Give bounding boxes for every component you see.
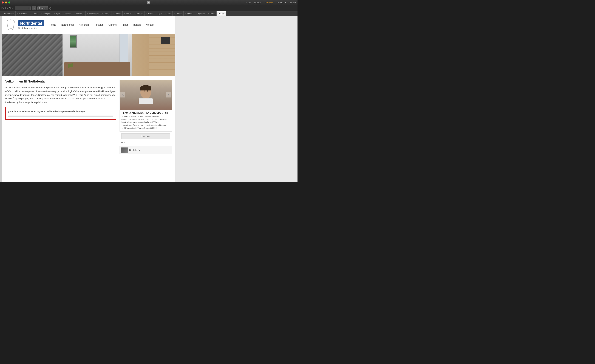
- tab-preview[interactable]: Preview: [217, 11, 227, 16]
- tab-laura[interactable]: ✕ Laura: [29, 11, 39, 16]
- bottom-thumbnail[interactable]: Northdental: [120, 146, 172, 154]
- tab-close-gabriele[interactable]: ✕: [134, 13, 135, 14]
- tab-close-natalja-l[interactable]: ✕: [74, 13, 76, 14]
- hero-interior: [2, 34, 175, 76]
- nav-garanti[interactable]: Garanti: [109, 23, 117, 26]
- tab-tomas[interactable]: ✕ Tomas: [173, 11, 184, 16]
- tab-close-dalia[interactable]: ✕: [164, 13, 166, 14]
- tab-odeta[interactable]: ✕ Odeta: [184, 11, 194, 16]
- hero-left-section: [2, 34, 63, 76]
- doctor-name: LAURA ANDRIUKAITIENE ENDODONTIST: [120, 110, 172, 115]
- site-nav: Home Northdental Klinikken Refusjon Gara…: [50, 23, 154, 26]
- tab-vaidile[interactable]: ✕ Vaidile: [62, 11, 73, 16]
- thumb-image: [121, 147, 128, 153]
- nav-share[interactable]: Share: [290, 1, 296, 4]
- tab-gabriele[interactable]: ✕ Gabriele: [132, 11, 145, 16]
- face-eye-right: [147, 91, 148, 91]
- doctor-next-arrow[interactable]: >: [166, 92, 171, 98]
- tab-close-rolandas[interactable]: ✕: [17, 13, 18, 14]
- face-eye-left: [144, 91, 145, 91]
- face-silhouette: [139, 86, 153, 104]
- tab-close-agne[interactable]: ✕: [54, 13, 55, 14]
- scroll-indicator-h[interactable]: [8, 115, 113, 115]
- content-left: Velkommen til Northdental Vi i Northdent…: [5, 80, 116, 154]
- thumb-label: Northdental: [129, 149, 140, 151]
- nav-kontakt[interactable]: Kontakt: [146, 23, 154, 26]
- tab-close-rytis[interactable]: ✕: [146, 13, 148, 14]
- tab-close-home[interactable]: ✕: [208, 13, 209, 14]
- tab-natalja-l[interactable]: ✕ Natalja L: [73, 11, 85, 16]
- tab-rytis[interactable]: ✕ Rytis: [145, 11, 154, 16]
- tab-close-indre[interactable]: ✕: [124, 13, 125, 14]
- pagination-dots: [120, 141, 172, 145]
- preview-size-select[interactable]: [15, 6, 31, 10]
- tab-close-tomas[interactable]: ✕: [174, 13, 176, 14]
- logo-name: Northdental: [18, 20, 44, 26]
- toolbar: Preview Size: ⇔ Refresh ?: [0, 5, 298, 11]
- close-button[interactable]: [2, 1, 4, 4]
- tabs-bar: ✕ *northdental ✕ Rolandas ✕ Laura ✕ Nata…: [0, 11, 298, 16]
- scroll-indicator-v[interactable]: [8, 116, 113, 117]
- tab-dalia[interactable]: ✕ Dalia: [163, 11, 173, 16]
- site-header: Northdental Dental care for life Home No…: [2, 16, 175, 34]
- tab-rolandas[interactable]: ✕ Rolandas: [16, 11, 29, 16]
- refresh-button[interactable]: Refresh: [37, 6, 48, 10]
- logo-tooth-icon: [5, 19, 16, 31]
- tab-northdental[interactable]: ✕ *northdental: [0, 11, 16, 16]
- nav-plan[interactable]: Plan: [246, 1, 251, 4]
- content-area: Velkommen til Northdental Vi i Northdent…: [2, 76, 175, 158]
- face-eyes: [144, 91, 148, 91]
- nav-home[interactable]: Home: [50, 23, 56, 26]
- main-area: Northdental Dental care for life Home No…: [0, 16, 298, 182]
- nav-reisen[interactable]: Reisen: [133, 23, 141, 26]
- title-bar-nav: Plan Design Preview Publish ▾ Share: [246, 1, 296, 4]
- tab-natalja-v[interactable]: ✕ Natalja V: [39, 11, 52, 16]
- tab-close-jelena[interactable]: ✕: [113, 13, 114, 14]
- tab-close-mindaugas[interactable]: ✕: [87, 13, 88, 14]
- minimize-button[interactable]: [5, 1, 7, 4]
- content-right: < > LAURA ANDRIUKAITIENE ENDODONTIST Dr …: [120, 80, 172, 154]
- tab-close-dalia-d[interactable]: ✕: [102, 13, 103, 14]
- tab-close-algirdas[interactable]: ✕: [196, 13, 197, 14]
- tab-home[interactable]: ✕ Home: [206, 11, 217, 16]
- face-body: [139, 98, 153, 104]
- nav-design[interactable]: Design: [254, 1, 261, 4]
- app-title: Mu: [147, 1, 150, 4]
- hero-stairs: [2, 34, 63, 76]
- highlight-text: garanterer at arbeidet er av høyeste kva…: [8, 110, 113, 113]
- nav-northdental[interactable]: Northdental: [61, 23, 74, 26]
- nav-priser[interactable]: Priser: [121, 23, 128, 26]
- tab-close-natalja-v[interactable]: ✕: [41, 13, 42, 14]
- tab-close-vaidile[interactable]: ✕: [63, 13, 65, 14]
- nav-preview[interactable]: Preview: [265, 1, 273, 4]
- pagination-dot-1[interactable]: [121, 142, 123, 143]
- les-mer-button[interactable]: Les mer: [121, 133, 170, 139]
- tab-jelena[interactable]: ✕ Jelena: [112, 11, 122, 16]
- resize-icon[interactable]: ⇔: [32, 6, 36, 10]
- nav-refusjon[interactable]: Refusjon: [94, 23, 103, 26]
- window-controls: [2, 1, 10, 4]
- tab-algirdas[interactable]: ✕ Algirdas: [194, 11, 206, 16]
- tab-close-odeta[interactable]: ✕: [185, 13, 186, 14]
- nav-klinikken[interactable]: Klinikken: [79, 23, 89, 26]
- tab-close-laura[interactable]: ✕: [30, 13, 32, 14]
- pagination-dot-2[interactable]: [124, 142, 125, 143]
- scroll-thumb-h: [8, 115, 71, 115]
- tab-agne[interactable]: ✕ Agne: [52, 11, 62, 16]
- tab-egle[interactable]: ✕ Egle: [154, 11, 163, 16]
- help-icon[interactable]: ?: [50, 7, 52, 10]
- tab-close-northdental[interactable]: ✕: [1, 13, 3, 14]
- tab-indre[interactable]: ✕ Indre: [122, 11, 132, 16]
- site-logo: Northdental Dental care for life: [5, 19, 44, 31]
- tab-close-egle[interactable]: ✕: [156, 13, 157, 14]
- hero-middle-section: [63, 34, 132, 76]
- doctor-prev-arrow[interactable]: <: [120, 92, 125, 98]
- site-preview: Northdental Dental care for life Home No…: [2, 16, 175, 182]
- tab-mindaugas[interactable]: ✕ Mindaugas: [85, 11, 100, 16]
- tab-dalia-d[interactable]: ✕ Dalia D: [100, 11, 112, 16]
- nav-publish[interactable]: Publish ▾: [276, 1, 286, 4]
- maximize-button[interactable]: [8, 1, 10, 4]
- hero-image: [2, 34, 175, 76]
- highlight-box: garanterer at arbeidet er av høyeste kva…: [5, 107, 116, 120]
- doctor-bio: Dr Andriukaitienė har vært engasjert i p…: [120, 115, 172, 131]
